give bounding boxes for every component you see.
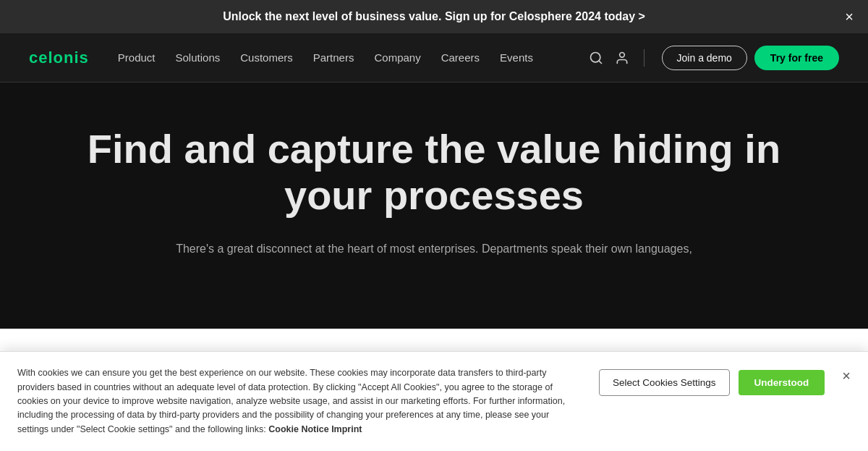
nav-item-company[interactable]: Company — [374, 51, 420, 64]
understood-button[interactable]: Understood — [739, 370, 825, 395]
hero-section: Find and capture the value hiding in you… — [0, 83, 868, 329]
svg-line-1 — [598, 60, 601, 63]
nav-links: Product Solutions Customers Partners Com… — [118, 51, 589, 64]
select-cookies-settings-button[interactable]: Select Cookies Settings — [599, 369, 730, 396]
cookie-notice-link[interactable]: Cookie Notice — [268, 424, 328, 434]
hero-title: Find and capture the value hiding in you… — [87, 126, 781, 219]
logo[interactable]: celonis — [29, 49, 89, 67]
cookie-action-buttons: Select Cookies Settings Understood — [599, 369, 825, 396]
search-icon-button[interactable] — [589, 51, 603, 65]
join-demo-button[interactable]: Join a demo — [662, 46, 747, 70]
hero-subtitle: There's a great disconnect at the heart … — [109, 240, 760, 258]
cookie-imprint-link[interactable]: Imprint — [331, 424, 362, 434]
nav-item-customers[interactable]: Customers — [240, 51, 293, 64]
cookie-close-button[interactable]: × — [842, 368, 851, 384]
banner-close-button[interactable]: × — [845, 9, 854, 24]
banner-text: Unlock the next level of business value.… — [223, 10, 645, 23]
nav-item-solutions[interactable]: Solutions — [176, 51, 221, 64]
cookie-banner: With cookies we can ensure you get the b… — [0, 351, 868, 451]
nav-item-careers[interactable]: Careers — [441, 51, 480, 64]
cookie-text: With cookies we can ensure you get the b… — [17, 366, 582, 437]
nav-item-events[interactable]: Events — [500, 51, 533, 64]
search-icon — [589, 51, 603, 65]
nav-icon-group — [589, 49, 647, 67]
announcement-banner: Unlock the next level of business value.… — [0, 0, 868, 33]
nav-divider — [644, 49, 644, 67]
navbar: celonis Product Solutions Customers Part… — [0, 33, 868, 83]
nav-item-partners[interactable]: Partners — [313, 51, 354, 64]
nav-item-product[interactable]: Product — [118, 51, 156, 64]
try-free-button[interactable]: Try for free — [754, 46, 839, 70]
user-icon-button[interactable] — [615, 51, 629, 65]
svg-point-2 — [619, 52, 624, 57]
user-icon — [615, 51, 629, 65]
